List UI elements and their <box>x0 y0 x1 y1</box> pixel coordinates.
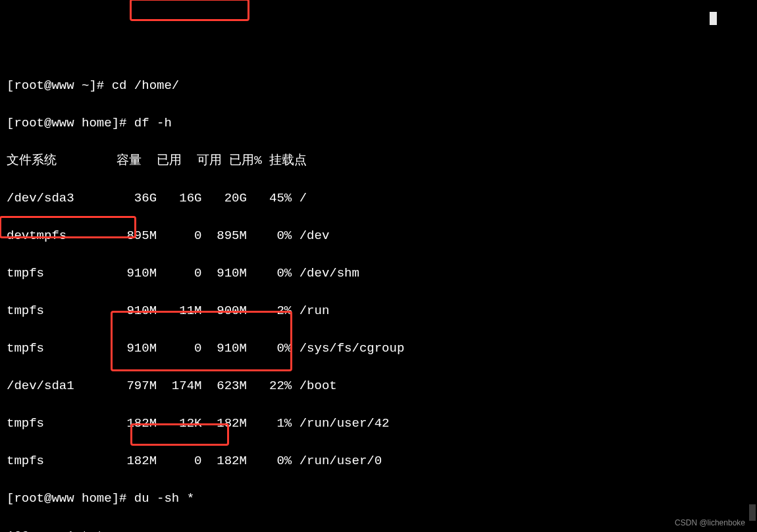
df-row: devtmpfs 895M 0 895M 0% /dev <box>7 226 750 246</box>
highlight-box-df <box>130 0 249 21</box>
df-row: /dev/sda1 797M 174M 623M 22% /boot <box>7 377 750 396</box>
scrollbar-track[interactable] <box>748 0 757 532</box>
scrollbar-indicator-icon <box>710 12 717 25</box>
df-row: /dev/sda3 36G 16G 20G 45% / <box>7 189 750 208</box>
du-row: 10G 1.txt <box>7 527 750 532</box>
term-line-du: [root@www home]# du -sh * <box>7 489 750 508</box>
df-header: 文件系统 容量 已用 可用 已用% 挂载点 <box>7 151 750 171</box>
df-row: tmpfs 910M 0 910M 0% /dev/shm <box>7 264 750 283</box>
df-row: tmpfs 182M 12K 182M 1% /run/user/42 <box>7 414 750 433</box>
df-row: tmpfs 910M 11M 900M 2% /run <box>7 302 750 321</box>
term-line: [root@www ~]# cd /home/ <box>7 76 750 95</box>
df-row: tmpfs 182M 0 182M 0% /run/user/0 <box>7 452 750 471</box>
scrollbar-thumb[interactable] <box>749 504 756 521</box>
watermark-text: CSDN @lichenboke <box>675 517 745 529</box>
term-line-df: [root@www home]# df -h <box>7 114 750 133</box>
df-row: tmpfs 910M 0 910M 0% /sys/fs/cgroup <box>7 339 750 358</box>
